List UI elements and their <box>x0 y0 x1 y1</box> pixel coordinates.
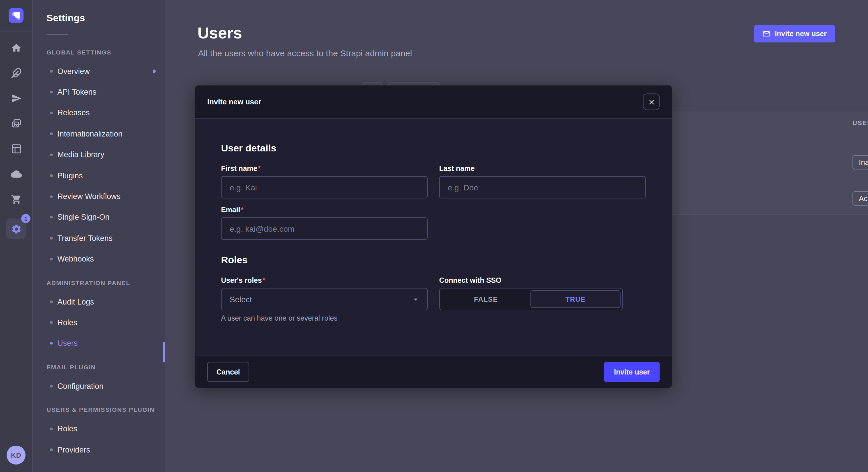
required-asterisk: * <box>262 276 265 284</box>
cancel-button[interactable]: Cancel <box>207 362 249 382</box>
roles-fields-row: User's roles* Select A user can have one… <box>221 276 646 322</box>
required-asterisk: * <box>258 165 260 173</box>
required-asterisk: * <box>241 206 244 214</box>
sso-toggle: FALSE TRUE <box>439 288 623 310</box>
close-x-icon <box>648 98 655 105</box>
user-details-heading: User details <box>221 143 646 154</box>
chevron-down-icon <box>411 295 420 304</box>
select-value: Select <box>229 295 252 304</box>
strapi-admin-app: 1 KD Settings GLOBAL SETTINGS Overview A… <box>0 0 868 472</box>
last-name-label: Last name <box>439 165 646 173</box>
roles-heading: Roles <box>221 255 646 266</box>
first-name-label: First name* <box>221 165 428 173</box>
modal-header: Invite new user <box>195 86 672 119</box>
sso-label: Connect with SSO <box>439 276 646 285</box>
name-fields-row: First name* Last name <box>221 165 646 198</box>
email-input[interactable] <box>221 217 428 240</box>
user-roles-field-group: User's roles* Select A user can have one… <box>221 276 428 322</box>
invite-new-user-modal: Invite new user User details First name*… <box>195 86 672 388</box>
email-label: Email* <box>221 206 428 214</box>
user-roles-select[interactable]: Select <box>221 288 428 310</box>
sso-field-group: Connect with SSO FALSE TRUE <box>439 276 646 322</box>
modal-footer: Cancel Invite user <box>195 356 672 388</box>
modal-body: User details First name* Last name Email… <box>195 119 672 356</box>
sso-toggle-false[interactable]: FALSE <box>441 290 530 308</box>
modal-title: Invite new user <box>207 98 261 106</box>
user-roles-hint: A user can have one or several roles <box>221 314 428 322</box>
first-name-input[interactable] <box>221 176 428 198</box>
first-name-field-group: First name* <box>221 165 428 198</box>
last-name-field-group: Last name <box>439 165 646 198</box>
sso-toggle-true[interactable]: TRUE <box>530 290 621 308</box>
email-field-group: Email* <box>221 206 428 240</box>
invite-user-submit-button[interactable]: Invite user <box>604 362 660 382</box>
user-roles-label: User's roles* <box>221 276 428 285</box>
email-field-row: Email* <box>221 206 646 240</box>
close-button[interactable] <box>643 94 660 110</box>
last-name-input[interactable] <box>439 176 646 198</box>
